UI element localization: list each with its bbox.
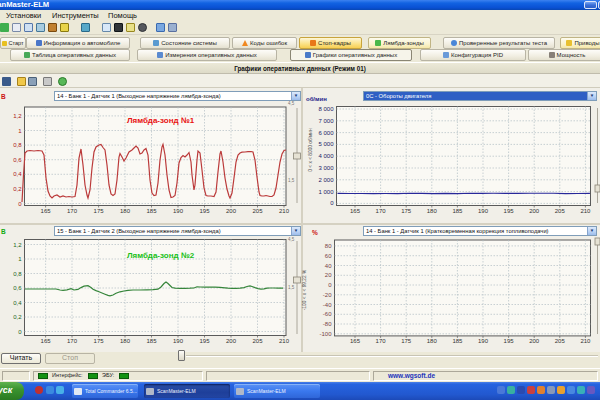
- svg-text:170: 170: [67, 208, 78, 214]
- svg-text:205: 205: [252, 208, 263, 214]
- svg-text:-100: -100: [319, 331, 332, 337]
- svg-text:170: 170: [376, 208, 387, 214]
- svg-text:0,4: 0,4: [13, 300, 22, 306]
- svg-text:5 000: 5 000: [318, 141, 334, 147]
- svg-text:190: 190: [478, 208, 489, 214]
- svg-text:8 000: 8 000: [318, 106, 334, 112]
- svg-text:3 000: 3 000: [318, 165, 334, 171]
- svg-text:80: 80: [325, 243, 332, 249]
- svg-text:205: 205: [555, 208, 566, 214]
- svg-text:175: 175: [94, 208, 105, 214]
- svg-text:0,2: 0,2: [13, 186, 22, 192]
- svg-text:0: 0: [330, 200, 334, 206]
- svg-text:0,8: 0,8: [13, 142, 22, 148]
- svg-text:180: 180: [120, 338, 131, 344]
- svg-text:0,4: 0,4: [13, 171, 22, 177]
- svg-text:185: 185: [146, 208, 157, 214]
- svg-text:165: 165: [41, 208, 52, 214]
- svg-text:190: 190: [173, 208, 184, 214]
- svg-text:200: 200: [529, 338, 540, 344]
- svg-text:1: 1: [18, 256, 22, 262]
- svg-text:200: 200: [226, 208, 237, 214]
- svg-text:165: 165: [350, 208, 361, 214]
- svg-text:0,8: 0,8: [13, 271, 22, 277]
- svg-text:1,2: 1,2: [13, 113, 22, 119]
- svg-text:-80: -80: [323, 321, 332, 327]
- svg-text:4,5: 4,5: [288, 237, 295, 242]
- svg-text:7 000: 7 000: [318, 118, 334, 124]
- svg-text:165: 165: [350, 338, 361, 344]
- svg-text:180: 180: [427, 338, 438, 344]
- svg-text:210: 210: [279, 338, 290, 344]
- svg-text:1,5: 1,5: [288, 285, 295, 290]
- svg-text:-20: -20: [323, 292, 332, 298]
- svg-text:0,6: 0,6: [13, 285, 22, 291]
- svg-text:195: 195: [199, 338, 210, 344]
- svg-text:2 000: 2 000: [318, 177, 334, 183]
- svg-text:1,5: 1,5: [288, 178, 295, 183]
- svg-text:6 000: 6 000: [318, 130, 334, 136]
- svg-text:210: 210: [580, 208, 591, 214]
- svg-text:175: 175: [94, 338, 105, 344]
- svg-text:180: 180: [427, 208, 438, 214]
- svg-text:0 < x < 8000 об/мин: 0 < x < 8000 об/мин: [308, 128, 313, 172]
- svg-text:185: 185: [452, 338, 463, 344]
- svg-text:190: 190: [478, 338, 489, 344]
- svg-text:0: 0: [18, 329, 22, 335]
- svg-text:205: 205: [555, 338, 566, 344]
- svg-text:175: 175: [401, 208, 412, 214]
- svg-text:-40: -40: [323, 302, 332, 308]
- svg-text:175: 175: [401, 338, 412, 344]
- svg-text:205: 205: [252, 338, 263, 344]
- svg-text:1 000: 1 000: [318, 189, 334, 195]
- svg-text:0: 0: [328, 282, 332, 288]
- svg-text:1: 1: [18, 128, 22, 134]
- svg-text:4 000: 4 000: [318, 153, 334, 159]
- svg-text:165: 165: [41, 338, 52, 344]
- svg-text:-60: -60: [323, 311, 332, 317]
- svg-text:4,5: 4,5: [288, 101, 295, 106]
- svg-text:180: 180: [120, 208, 131, 214]
- svg-text:200: 200: [226, 338, 237, 344]
- svg-text:60: 60: [325, 253, 332, 259]
- svg-text:20: 20: [325, 272, 332, 278]
- svg-text:Лямбда-зонд №1: Лямбда-зонд №1: [127, 116, 195, 125]
- svg-text:170: 170: [67, 338, 78, 344]
- svg-text:185: 185: [452, 208, 463, 214]
- svg-text:200: 200: [529, 208, 540, 214]
- svg-text:-100 < x < 99,22 %: -100 < x < 99,22 %: [302, 269, 307, 310]
- svg-text:1,2: 1,2: [13, 242, 22, 248]
- svg-text:40: 40: [325, 263, 332, 269]
- svg-text:190: 190: [173, 338, 184, 344]
- svg-text:195: 195: [504, 208, 515, 214]
- svg-text:Лямбда-зонд №2: Лямбда-зонд №2: [127, 251, 195, 260]
- svg-text:195: 195: [504, 338, 515, 344]
- svg-text:210: 210: [279, 208, 290, 214]
- svg-text:0,2: 0,2: [13, 314, 22, 320]
- svg-text:185: 185: [146, 338, 157, 344]
- svg-text:195: 195: [199, 208, 210, 214]
- svg-text:210: 210: [580, 338, 591, 344]
- svg-text:0,6: 0,6: [13, 157, 22, 163]
- svg-text:170: 170: [376, 338, 387, 344]
